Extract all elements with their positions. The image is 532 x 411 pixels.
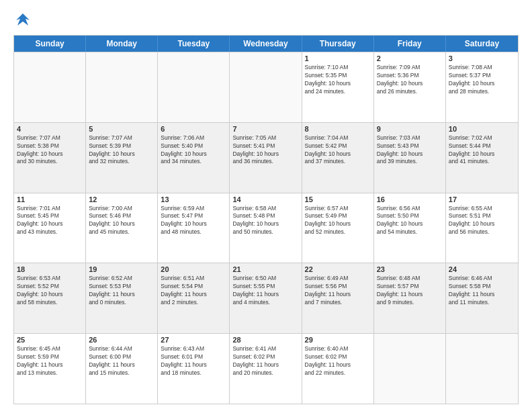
cell-info: Sunrise: 6:43 AM Sunset: 6:01 PM Dayligh… — [161, 345, 226, 377]
calendar-cell: 5Sunrise: 7:07 AM Sunset: 5:39 PM Daylig… — [86, 123, 158, 193]
cell-info: Sunrise: 6:50 AM Sunset: 5:55 PM Dayligh… — [232, 275, 298, 307]
logo-icon — [13, 11, 32, 30]
cell-info: Sunrise: 7:10 AM Sunset: 5:35 PM Dayligh… — [305, 64, 371, 96]
cell-info: Sunrise: 7:05 AM Sunset: 5:41 PM Dayligh… — [232, 134, 298, 167]
day-number: 10 — [449, 125, 515, 133]
cell-info: Sunrise: 6:51 AM Sunset: 5:54 PM Dayligh… — [161, 275, 226, 307]
weekday-header: Sunday — [14, 36, 86, 52]
cell-info: Sunrise: 6:45 AM Sunset: 5:59 PM Dayligh… — [17, 345, 83, 377]
day-number: 7 — [232, 125, 298, 133]
day-number: 14 — [232, 195, 298, 203]
calendar-cell: 20Sunrise: 6:51 AM Sunset: 5:54 PM Dayli… — [158, 263, 230, 333]
cell-info: Sunrise: 7:01 AM Sunset: 5:45 PM Dayligh… — [17, 205, 83, 237]
calendar-row: 18Sunrise: 6:53 AM Sunset: 5:52 PM Dayli… — [14, 263, 518, 333]
calendar-cell: 28Sunrise: 6:41 AM Sunset: 6:02 PM Dayli… — [230, 334, 302, 404]
calendar-body: 1Sunrise: 7:10 AM Sunset: 5:35 PM Daylig… — [14, 52, 518, 404]
cell-info: Sunrise: 6:40 AM Sunset: 6:02 PM Dayligh… — [305, 345, 371, 377]
cell-info: Sunrise: 6:41 AM Sunset: 6:02 PM Dayligh… — [232, 345, 298, 377]
calendar: SundayMondayTuesdayWednesdayThursdayFrid… — [13, 35, 519, 404]
cell-info: Sunrise: 6:57 AM Sunset: 5:49 PM Dayligh… — [305, 205, 371, 237]
calendar-header: SundayMondayTuesdayWednesdayThursdayFrid… — [14, 36, 518, 52]
cell-info: Sunrise: 7:07 AM Sunset: 5:39 PM Dayligh… — [89, 134, 154, 167]
calendar-cell: 14Sunrise: 6:58 AM Sunset: 5:48 PM Dayli… — [230, 193, 302, 263]
calendar-cell: 21Sunrise: 6:50 AM Sunset: 5:55 PM Dayli… — [230, 263, 302, 333]
calendar-cell: 24Sunrise: 6:46 AM Sunset: 5:58 PM Dayli… — [446, 263, 518, 333]
svg-marker-0 — [16, 13, 30, 26]
cell-info: Sunrise: 7:06 AM Sunset: 5:40 PM Dayligh… — [161, 134, 226, 167]
calendar-cell: 9Sunrise: 7:03 AM Sunset: 5:43 PM Daylig… — [374, 123, 446, 193]
day-number: 17 — [449, 195, 515, 203]
cell-info: Sunrise: 7:00 AM Sunset: 5:46 PM Dayligh… — [89, 205, 154, 237]
day-number: 4 — [17, 125, 83, 133]
calendar-cell: 4Sunrise: 7:07 AM Sunset: 5:38 PM Daylig… — [14, 123, 86, 193]
calendar-cell: 3Sunrise: 7:08 AM Sunset: 5:37 PM Daylig… — [446, 52, 518, 122]
cell-info: Sunrise: 6:46 AM Sunset: 5:58 PM Dayligh… — [449, 275, 515, 307]
calendar-cell — [374, 334, 446, 404]
calendar-cell: 22Sunrise: 6:49 AM Sunset: 5:56 PM Dayli… — [302, 263, 374, 333]
cell-info: Sunrise: 7:07 AM Sunset: 5:38 PM Dayligh… — [17, 134, 83, 167]
cell-info: Sunrise: 7:08 AM Sunset: 5:37 PM Dayligh… — [449, 64, 515, 96]
day-number: 20 — [161, 265, 226, 273]
calendar-row: 25Sunrise: 6:45 AM Sunset: 5:59 PM Dayli… — [14, 333, 518, 404]
day-number: 16 — [377, 195, 443, 203]
weekday-header: Monday — [86, 36, 158, 52]
calendar-cell: 10Sunrise: 7:02 AM Sunset: 5:44 PM Dayli… — [446, 123, 518, 193]
day-number: 15 — [305, 195, 371, 203]
calendar-cell: 17Sunrise: 6:55 AM Sunset: 5:51 PM Dayli… — [446, 193, 518, 263]
day-number: 9 — [377, 125, 443, 133]
weekday-header: Wednesday — [230, 36, 302, 52]
calendar-row: 11Sunrise: 7:01 AM Sunset: 5:45 PM Dayli… — [14, 193, 518, 263]
weekday-header: Tuesday — [158, 36, 230, 52]
calendar-cell: 15Sunrise: 6:57 AM Sunset: 5:49 PM Dayli… — [302, 193, 374, 263]
day-number: 6 — [161, 125, 226, 133]
calendar-cell: 11Sunrise: 7:01 AM Sunset: 5:45 PM Dayli… — [14, 193, 86, 263]
calendar-cell: 1Sunrise: 7:10 AM Sunset: 5:35 PM Daylig… — [302, 52, 374, 122]
calendar-cell — [158, 52, 230, 122]
day-number: 12 — [89, 195, 154, 203]
calendar-cell: 12Sunrise: 7:00 AM Sunset: 5:46 PM Dayli… — [86, 193, 158, 263]
calendar-page: SundayMondayTuesdayWednesdayThursdayFrid… — [0, 0, 532, 411]
day-number: 26 — [89, 336, 154, 344]
cell-info: Sunrise: 6:49 AM Sunset: 5:56 PM Dayligh… — [305, 275, 371, 307]
day-number: 25 — [17, 336, 83, 344]
cell-info: Sunrise: 7:09 AM Sunset: 5:36 PM Dayligh… — [377, 64, 443, 96]
header — [13, 11, 519, 30]
day-number: 8 — [305, 125, 371, 133]
cell-info: Sunrise: 6:53 AM Sunset: 5:52 PM Dayligh… — [17, 275, 83, 307]
cell-info: Sunrise: 6:52 AM Sunset: 5:53 PM Dayligh… — [89, 275, 154, 307]
calendar-row: 1Sunrise: 7:10 AM Sunset: 5:35 PM Daylig… — [14, 52, 518, 122]
cell-info: Sunrise: 6:59 AM Sunset: 5:47 PM Dayligh… — [161, 205, 226, 237]
day-number: 27 — [161, 336, 226, 344]
day-number: 18 — [17, 265, 83, 273]
calendar-cell: 26Sunrise: 6:44 AM Sunset: 6:00 PM Dayli… — [86, 334, 158, 404]
calendar-cell: 6Sunrise: 7:06 AM Sunset: 5:40 PM Daylig… — [158, 123, 230, 193]
logo — [13, 11, 35, 30]
day-number: 11 — [17, 195, 83, 203]
calendar-cell — [230, 52, 302, 122]
calendar-cell — [86, 52, 158, 122]
calendar-cell: 18Sunrise: 6:53 AM Sunset: 5:52 PM Dayli… — [14, 263, 86, 333]
calendar-cell: 27Sunrise: 6:43 AM Sunset: 6:01 PM Dayli… — [158, 334, 230, 404]
weekday-header: Friday — [374, 36, 446, 52]
day-number: 19 — [89, 265, 154, 273]
weekday-header: Saturday — [446, 36, 518, 52]
calendar-cell — [14, 52, 86, 122]
day-number: 28 — [232, 336, 298, 344]
day-number: 22 — [305, 265, 371, 273]
day-number: 23 — [377, 265, 443, 273]
calendar-cell: 16Sunrise: 6:56 AM Sunset: 5:50 PM Dayli… — [374, 193, 446, 263]
day-number: 2 — [377, 54, 443, 62]
calendar-row: 4Sunrise: 7:07 AM Sunset: 5:38 PM Daylig… — [14, 122, 518, 193]
cell-info: Sunrise: 6:48 AM Sunset: 5:57 PM Dayligh… — [377, 275, 443, 307]
weekday-header: Thursday — [302, 36, 374, 52]
calendar-cell: 2Sunrise: 7:09 AM Sunset: 5:36 PM Daylig… — [374, 52, 446, 122]
cell-info: Sunrise: 7:04 AM Sunset: 5:42 PM Dayligh… — [305, 134, 371, 167]
day-number: 24 — [449, 265, 515, 273]
cell-info: Sunrise: 6:55 AM Sunset: 5:51 PM Dayligh… — [449, 205, 515, 237]
day-number: 29 — [305, 336, 371, 344]
cell-info: Sunrise: 7:02 AM Sunset: 5:44 PM Dayligh… — [449, 134, 515, 167]
calendar-cell: 25Sunrise: 6:45 AM Sunset: 5:59 PM Dayli… — [14, 334, 86, 404]
cell-info: Sunrise: 7:03 AM Sunset: 5:43 PM Dayligh… — [377, 134, 443, 167]
calendar-cell: 29Sunrise: 6:40 AM Sunset: 6:02 PM Dayli… — [302, 334, 374, 404]
cell-info: Sunrise: 6:56 AM Sunset: 5:50 PM Dayligh… — [377, 205, 443, 237]
